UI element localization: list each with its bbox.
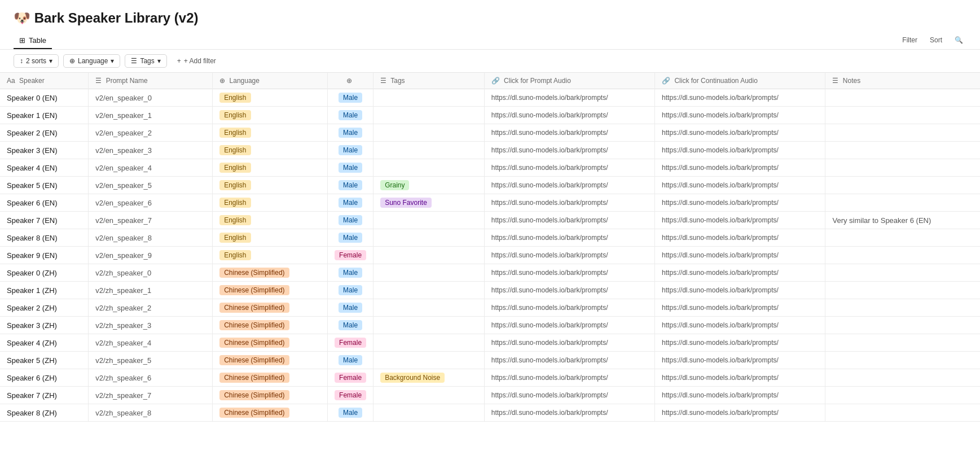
cell-cont-audio[interactable]: https://dl.suno-models.io/bark/prompts/ (655, 334, 825, 352)
cell-cont-audio[interactable]: https://dl.suno-models.io/bark/prompts/ (655, 159, 825, 177)
table-row: Speaker 7 (EN)v2/en_speaker_7EnglishMale… (0, 212, 980, 229)
cell-speaker: Speaker 0 (EN) (0, 89, 89, 107)
cell-gender: Male (328, 352, 373, 369)
cell-notes (825, 264, 980, 282)
cell-speaker: Speaker 2 (EN) (0, 124, 89, 142)
cell-cont-audio[interactable]: https://dl.suno-models.io/bark/prompts/ (655, 212, 825, 229)
tags-filter-button[interactable]: ☰ Tags ▾ (125, 54, 166, 68)
cell-prompt-audio[interactable]: https://dl.suno-models.io/bark/prompts/ (484, 334, 654, 352)
cell-language: Chinese (Simplified) (213, 352, 328, 369)
th-language[interactable]: ⊕ Language (213, 73, 328, 89)
cell-cont-audio[interactable]: https://dl.suno-models.io/bark/prompts/ (655, 299, 825, 317)
cell-speaker: Speaker 7 (ZH) (0, 387, 89, 404)
cell-notes: Very similar to Speaker 6 (EN) (825, 212, 980, 229)
cell-cont-audio[interactable]: https://dl.suno-models.io/bark/prompts/ (655, 107, 825, 124)
cell-gender: Female (328, 247, 373, 264)
th-prompt-name[interactable]: ☰ Prompt Name (89, 73, 213, 89)
cell-prompt-audio[interactable]: https://dl.suno-models.io/bark/prompts/ (484, 247, 654, 264)
cell-cont-audio[interactable]: https://dl.suno-models.io/bark/prompts/ (655, 404, 825, 422)
cell-prompt-audio[interactable]: https://dl.suno-models.io/bark/prompts/ (484, 212, 654, 229)
cell-gender: Female (328, 334, 373, 352)
table-row: Speaker 9 (EN)v2/en_speaker_9EnglishFema… (0, 247, 980, 264)
th-cont-audio[interactable]: 🔗 Click for Continuation Audio (655, 73, 825, 89)
cell-prompt-audio[interactable]: https://dl.suno-models.io/bark/prompts/ (484, 194, 654, 212)
cell-tags (373, 387, 485, 404)
cell-notes (825, 124, 980, 142)
cell-gender: Male (328, 177, 373, 194)
sorts-button[interactable]: ↕ 2 sorts ▾ (14, 54, 59, 68)
cell-prompt-audio[interactable]: https://dl.suno-models.io/bark/prompts/ (484, 124, 654, 142)
cell-cont-audio[interactable]: https://dl.suno-models.io/bark/prompts/ (655, 142, 825, 159)
cell-prompt-name: v2/zh_speaker_4 (89, 334, 213, 352)
cell-speaker: Speaker 7 (EN) (0, 212, 89, 229)
add-filter-button[interactable]: + + Add filter (172, 55, 222, 67)
cell-speaker: Speaker 5 (EN) (0, 177, 89, 194)
cell-cont-audio[interactable]: https://dl.suno-models.io/bark/prompts/ (655, 89, 825, 107)
th-cont-audio-icon: 🔗 (662, 77, 670, 85)
cell-notes (825, 317, 980, 334)
cell-speaker: Speaker 0 (ZH) (0, 264, 89, 282)
chevron-down-icon2: ▾ (111, 57, 114, 65)
cell-prompt-audio[interactable]: https://dl.suno-models.io/bark/prompts/ (484, 229, 654, 247)
cell-cont-audio[interactable]: https://dl.suno-models.io/bark/prompts/ (655, 369, 825, 387)
cell-prompt-name: v2/en_speaker_0 (89, 89, 213, 107)
filter-button[interactable]: Filter (899, 34, 921, 46)
cell-speaker: Speaker 2 (ZH) (0, 299, 89, 317)
cell-prompt-audio[interactable]: https://dl.suno-models.io/bark/prompts/ (484, 107, 654, 124)
cell-tags (373, 229, 485, 247)
table-row: Speaker 8 (ZH)v2/zh_speaker_8Chinese (Si… (0, 404, 980, 422)
cell-cont-audio[interactable]: https://dl.suno-models.io/bark/prompts/ (655, 177, 825, 194)
cell-prompt-audio[interactable]: https://dl.suno-models.io/bark/prompts/ (484, 142, 654, 159)
table-row: Speaker 3 (EN)v2/en_speaker_3EnglishMale… (0, 142, 980, 159)
cell-prompt-audio[interactable]: https://dl.suno-models.io/bark/prompts/ (484, 89, 654, 107)
cell-prompt-audio[interactable]: https://dl.suno-models.io/bark/prompts/ (484, 352, 654, 369)
table-row: Speaker 2 (ZH)v2/zh_speaker_2Chinese (Si… (0, 299, 980, 317)
th-prompt-audio-icon: 🔗 (491, 77, 500, 85)
cell-tags: Suno Favorite (373, 194, 485, 212)
cell-cont-audio[interactable]: https://dl.suno-models.io/bark/prompts/ (655, 194, 825, 212)
cell-cont-audio[interactable]: https://dl.suno-models.io/bark/prompts/ (655, 229, 825, 247)
cell-cont-audio[interactable]: https://dl.suno-models.io/bark/prompts/ (655, 264, 825, 282)
cell-cont-audio[interactable]: https://dl.suno-models.io/bark/prompts/ (655, 317, 825, 334)
cell-language: English (213, 212, 328, 229)
cell-gender: Male (328, 229, 373, 247)
table-container: Aa Speaker ☰ Prompt Name ⊕ Language ⊕ ☰ … (0, 73, 980, 467)
cell-prompt-audio[interactable]: https://dl.suno-models.io/bark/prompts/ (484, 282, 654, 299)
sort-button[interactable]: Sort (926, 34, 946, 46)
cell-cont-audio[interactable]: https://dl.suno-models.io/bark/prompts/ (655, 282, 825, 299)
table-row: Speaker 5 (ZH)v2/zh_speaker_5Chinese (Si… (0, 352, 980, 369)
table-row: Speaker 6 (ZH)v2/zh_speaker_6Chinese (Si… (0, 369, 980, 387)
cell-prompt-audio[interactable]: https://dl.suno-models.io/bark/prompts/ (484, 387, 654, 404)
cell-gender: Female (328, 387, 373, 404)
cell-language: English (213, 142, 328, 159)
cell-cont-audio[interactable]: https://dl.suno-models.io/bark/prompts/ (655, 387, 825, 404)
tab-table[interactable]: ⊞ Table (14, 33, 52, 49)
cell-cont-audio[interactable]: https://dl.suno-models.io/bark/prompts/ (655, 124, 825, 142)
th-prompt-audio[interactable]: 🔗 Click for Prompt Audio (484, 73, 654, 89)
cell-prompt-name: v2/zh_speaker_2 (89, 299, 213, 317)
th-gender[interactable]: ⊕ (328, 73, 373, 89)
cell-prompt-audio[interactable]: https://dl.suno-models.io/bark/prompts/ (484, 177, 654, 194)
search-button[interactable]: 🔍 (951, 34, 966, 46)
th-speaker[interactable]: Aa Speaker (0, 73, 89, 89)
language-filter-button[interactable]: ⊕ Language ▾ (63, 54, 120, 68)
cell-speaker: Speaker 5 (ZH) (0, 352, 89, 369)
th-cont-audio-label: Click for Continuation Audio (674, 77, 757, 85)
th-notes[interactable]: ☰ Notes (825, 73, 980, 89)
table-row: Speaker 0 (EN)v2/en_speaker_0EnglishMale… (0, 89, 980, 107)
cell-prompt-audio[interactable]: https://dl.suno-models.io/bark/prompts/ (484, 369, 654, 387)
cell-gender: Male (328, 89, 373, 107)
cell-prompt-audio[interactable]: https://dl.suno-models.io/bark/prompts/ (484, 264, 654, 282)
cell-prompt-audio[interactable]: https://dl.suno-models.io/bark/prompts/ (484, 159, 654, 177)
table-row: Speaker 4 (ZH)v2/zh_speaker_4Chinese (Si… (0, 334, 980, 352)
cell-cont-audio[interactable]: https://dl.suno-models.io/bark/prompts/ (655, 247, 825, 264)
cell-prompt-name: v2/en_speaker_8 (89, 229, 213, 247)
cell-prompt-audio[interactable]: https://dl.suno-models.io/bark/prompts/ (484, 404, 654, 422)
th-tags[interactable]: ☰ Tags (373, 73, 485, 89)
cell-prompt-audio[interactable]: https://dl.suno-models.io/bark/prompts/ (484, 317, 654, 334)
chevron-down-icon: ▾ (49, 57, 52, 65)
view-tabs: ⊞ Table Filter Sort 🔍 (0, 30, 980, 50)
cell-notes (825, 352, 980, 369)
cell-prompt-audio[interactable]: https://dl.suno-models.io/bark/prompts/ (484, 299, 654, 317)
cell-cont-audio[interactable]: https://dl.suno-models.io/bark/prompts/ (655, 352, 825, 369)
